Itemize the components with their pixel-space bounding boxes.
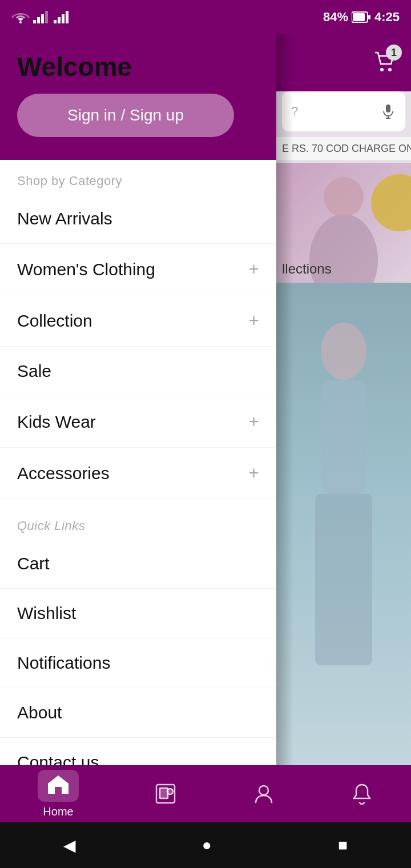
svg-point-25 [259, 786, 268, 795]
quick-links-label: Quick Links [0, 505, 276, 539]
nav-item-home[interactable]: Home [38, 770, 79, 818]
svg-point-0 [19, 21, 22, 23]
sidebar-item-womens-clothing[interactable]: Women's Clothing + [0, 244, 276, 295]
sale-label: Sale [17, 361, 51, 381]
spring-area: SPRIN [276, 283, 411, 797]
time-display: 4:25 [374, 10, 400, 25]
collection-label: Collection [17, 311, 92, 331]
new-arrivals-label: New Arrivals [17, 209, 112, 228]
sidebar-item-kids-wear[interactable]: Kids Wear + [0, 396, 276, 448]
svg-rect-7 [62, 14, 65, 23]
welcome-title: Welcome [17, 51, 259, 82]
svg-rect-21 [315, 494, 372, 665]
nav-home-label: Home [43, 805, 73, 818]
about-label: About [17, 703, 62, 722]
svg-rect-1 [33, 20, 36, 23]
sidebar-item-notifications[interactable]: Notifications [0, 638, 276, 688]
svg-rect-23 [160, 788, 168, 798]
sidebar-item-collection[interactable]: Collection + [0, 295, 276, 347]
collections-label: llections [282, 261, 332, 277]
sidebar-drawer: Welcome Sign in / Sign up Shop by Catego… [0, 34, 276, 834]
wishlist-label: Wishlist [17, 604, 76, 623]
bell-icon [350, 782, 373, 805]
svg-rect-4 [45, 11, 48, 23]
search-bar[interactable]: ? [282, 91, 405, 131]
battery-percentage: 84% [323, 10, 348, 25]
cart-badge: 1 [386, 45, 402, 61]
home-icon [47, 774, 70, 795]
status-right: 84% 4:25 [323, 10, 400, 25]
accessories-label: Accessories [17, 464, 110, 483]
sidebar-item-sale[interactable]: Sale [0, 347, 276, 396]
battery-icon [352, 11, 371, 23]
svg-rect-2 [37, 17, 40, 23]
status-left [11, 11, 71, 23]
model-silhouette [276, 283, 411, 797]
recents-button[interactable]: ■ [338, 836, 348, 854]
svg-rect-20 [321, 380, 366, 494]
wifi-icon [11, 11, 30, 23]
expand-icon-kids: + [248, 411, 259, 432]
signal-icon [33, 11, 50, 23]
search-placeholder: ? [291, 104, 298, 119]
catalogue-icon [154, 782, 177, 805]
svg-point-12 [380, 68, 384, 71]
svg-point-19 [321, 323, 366, 380]
svg-point-24 [167, 789, 173, 794]
svg-rect-14 [386, 105, 390, 112]
cod-notice-text: E RS. 70 COD CHARGE ON P [282, 143, 411, 155]
svg-rect-11 [368, 15, 370, 19]
profile-icon [252, 782, 275, 805]
sidebar-item-new-arrivals[interactable]: New Arrivals [0, 194, 276, 244]
sidebar-item-wishlist[interactable]: Wishlist [0, 589, 276, 638]
nav-item-catalogue[interactable] [154, 782, 177, 805]
expand-icon-accessories: + [248, 463, 259, 484]
svg-rect-3 [41, 14, 44, 23]
cart-label: Cart [17, 554, 50, 573]
sidebar-item-accessories[interactable]: Accessories + [0, 448, 276, 499]
android-nav: ◀ ● ■ [0, 822, 411, 868]
home-button[interactable]: ● [202, 836, 212, 854]
cod-notice: E RS. 70 COD CHARGE ON P [276, 137, 411, 160]
collections-area: llections [276, 163, 411, 283]
expand-icon-womens: + [248, 259, 259, 280]
signal-icon-2 [54, 11, 71, 23]
kids-wear-label: Kids Wear [17, 412, 96, 432]
sidebar-body: Shop by Category New Arrivals Women's Cl… [0, 160, 276, 834]
back-button[interactable]: ◀ [63, 836, 76, 855]
nav-item-notifications[interactable] [350, 782, 373, 805]
svg-rect-6 [58, 17, 61, 23]
signin-button[interactable]: Sign in / Sign up [17, 94, 234, 137]
svg-rect-10 [353, 13, 365, 21]
svg-rect-8 [66, 11, 68, 23]
sidebar-item-cart[interactable]: Cart [0, 539, 276, 589]
status-bar: 84% 4:25 [0, 0, 411, 34]
shop-by-category-label: Shop by Category [0, 160, 276, 194]
bottom-nav: Home [0, 765, 411, 822]
svg-point-13 [388, 68, 392, 71]
svg-rect-5 [54, 20, 57, 23]
mic-icon[interactable] [380, 103, 396, 119]
womens-clothing-label: Women's Clothing [17, 260, 155, 279]
svg-point-18 [324, 177, 364, 217]
nav-item-profile[interactable] [252, 782, 275, 805]
sidebar-header: Welcome Sign in / Sign up [0, 34, 276, 160]
cart-icon-wrap[interactable]: 1 [372, 49, 397, 77]
cart-area: 1 [276, 34, 411, 91]
notifications-label: Notifications [17, 653, 110, 673]
sidebar-item-about[interactable]: About [0, 688, 276, 738]
expand-icon-collection: + [248, 310, 259, 331]
bg-content: 1 ? E RS. 70 COD CHARGE ON P llections [276, 34, 411, 834]
